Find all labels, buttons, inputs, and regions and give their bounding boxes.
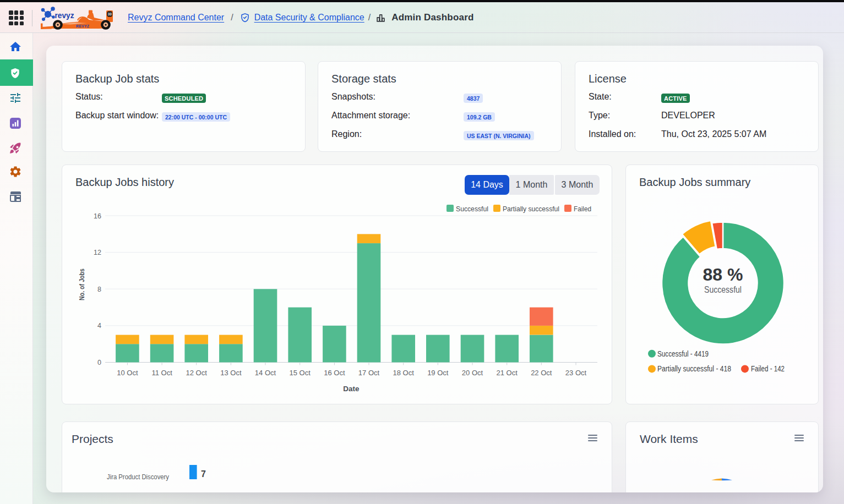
svg-text:Date: Date [343,385,360,393]
svg-text:Successful: Successful [704,285,742,294]
svg-text:Partially successful - 418: Partially successful - 418 [657,364,731,373]
svg-text:7: 7 [201,469,206,479]
svg-text:0: 0 [97,359,101,366]
svg-text:20 Oct: 20 Oct [462,369,483,377]
svg-text:21 Oct: 21 Oct [497,369,518,377]
svg-text:14 Oct: 14 Oct [255,369,276,377]
svg-text:11 Oct: 11 Oct [151,369,172,377]
svg-text:Successful - 4419: Successful - 4419 [657,349,709,358]
svg-text:No. of Jobs: No. of Jobs [78,269,86,300]
svg-text:10 Oct: 10 Oct [117,369,138,377]
svg-text:17 Oct: 17 Oct [358,369,380,377]
svg-text:revyz: revyz [55,11,74,20]
svg-text:18 Oct: 18 Oct [393,369,415,377]
svg-text:15 Oct: 15 Oct [290,369,311,377]
svg-text:23 Oct: 23 Oct [565,369,587,377]
svg-text:12: 12 [94,249,101,256]
svg-text:19 Oct: 19 Oct [427,369,449,377]
svg-text:Failed: Failed [574,205,591,213]
svg-text:8: 8 [97,286,101,293]
svg-text:Failed - 142: Failed - 142 [751,364,785,373]
svg-text:16: 16 [94,212,101,220]
svg-text:16 Oct: 16 Oct [324,369,345,377]
svg-text:33: 33 [108,12,112,16]
svg-text:Successful: Successful [456,205,488,213]
svg-text:13 Oct: 13 Oct [220,369,242,377]
svg-text:88 %: 88 % [703,265,743,284]
svg-text:22 Oct: 22 Oct [531,369,552,377]
svg-text:REVYZ: REVYZ [76,24,89,28]
svg-text:Partially successful: Partially successful [503,205,559,213]
svg-text:Jira Product Discovery: Jira Product Discovery [107,473,169,481]
svg-text:4: 4 [97,322,101,330]
svg-text:12 Oct: 12 Oct [186,369,208,377]
